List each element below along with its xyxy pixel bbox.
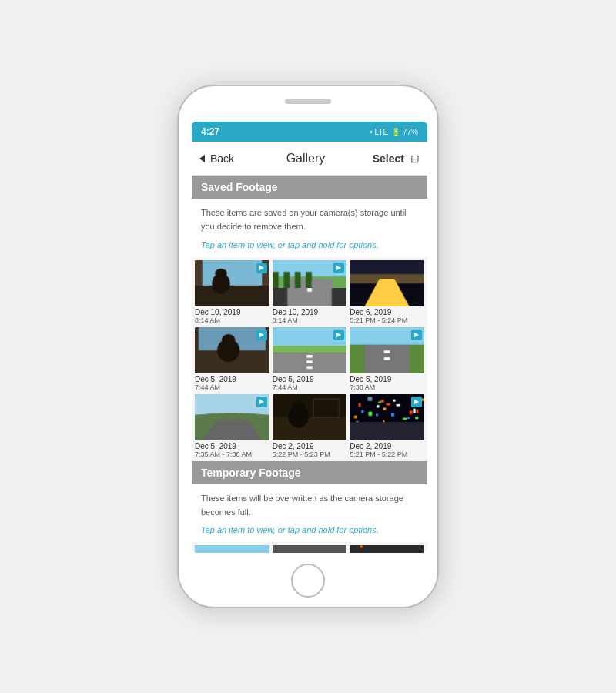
phone-speaker [285,99,331,104]
thumbnail: ▶ [195,260,270,306]
item-date: Dec 10, 2019 [195,308,270,316]
gallery-item[interactable]: Dec 6, 2019 5:21 PM - 5:24 PM [350,260,424,324]
phone-frame: 4:27 • LTE 🔋 77% Back Gallery Select ⊟ S… [177,85,439,608]
video-icon: ▶ [259,331,264,338]
item-label: Dec 5, 2019 7:35 AM - 7:38 AM [195,440,270,458]
item-label: Dec 5, 2019 7:38 AM [350,373,424,391]
video-badge: ▶ [411,330,422,340]
video-icon: ▶ [336,264,341,271]
thumbnail: ▶ [273,327,347,373]
thumb-canvas-8 [273,394,347,440]
item-time: 5:21 PM - 5:22 PM [350,450,424,458]
item-label: Dec 2, 2019 5:22 PM - 5:23 PM [273,440,347,458]
item-time: 7:38 AM [350,383,424,391]
temp-description: These items will be overwritten as the c… [192,484,427,521]
gallery-item[interactable]: ▶ Dec 10, 2019 8:14 AM [273,260,347,324]
item-label: Dec 10, 2019 8:14 AM [273,306,347,324]
thumbnail: ▶ [195,327,270,373]
status-icons: • LTE 🔋 77% [370,128,418,136]
temp-header-text: Temporary Footage [201,467,301,479]
thumbnail: ▶ [273,260,347,306]
saved-section-header: Saved Footage [192,176,427,199]
thumb-canvas-3 [350,260,424,306]
item-time: 5:21 PM - 5:24 PM [350,316,424,324]
video-icon: ▶ [259,398,264,405]
video-badge: ▶ [333,330,344,340]
gallery-item[interactable]: ▶ Dec 5, 2019 7:44 AM [273,327,347,391]
video-badge: ▶ [256,397,267,407]
item-date: Dec 10, 2019 [273,308,347,316]
gallery-item[interactable]: ▶ Dec 5, 2019 7:38 AM [350,327,424,391]
item-date: Dec 5, 2019 [273,375,347,383]
nav-bar: Back Gallery Select ⊟ [192,142,427,176]
saved-desc-text: These items are saved on your camera(s) … [201,208,407,231]
item-date: Dec 6, 2019 [350,308,424,316]
item-label: Dec 5, 2019 7:44 AM [195,373,270,391]
gallery-item[interactable] [350,545,424,553]
saved-hint-text: Tap an item to view, or tap and hold for… [201,240,379,249]
temp-hint: Tap an item to view, or tap and hold for… [192,520,427,542]
video-badge: ▶ [256,263,267,273]
saved-description: These items are saved on your camera(s) … [192,199,427,235]
gallery-item[interactable] [195,545,270,553]
item-label: Dec 10, 2019 8:14 AM [195,306,270,324]
nav-right-controls: Select ⊟ [358,152,420,165]
temp-section-header: Temporary Footage [192,461,427,484]
saved-hint: Tap an item to view, or tap and hold for… [192,235,427,257]
gallery-item[interactable]: ▶ Dec 10, 2019 8:14 AM [195,260,270,324]
signal-text: • LTE [370,128,388,136]
item-label: Dec 2, 2019 5:21 PM - 5:22 PM [350,440,424,458]
video-badge: ▶ [411,397,422,407]
phone-screen: 4:27 • LTE 🔋 77% Back Gallery Select ⊟ S… [192,122,427,553]
select-button[interactable]: Select [373,152,404,165]
item-date: Dec 5, 2019 [350,375,424,383]
thumb-canvas-11 [273,545,347,553]
item-label: Dec 6, 2019 5:21 PM - 5:24 PM [350,306,424,324]
video-icon: ▶ [414,398,419,405]
thumbnail: ▶ [195,394,270,440]
thumb-canvas-12 [350,545,424,553]
video-badge: ▶ [333,263,344,273]
saved-header-text: Saved Footage [201,181,278,193]
thumbnail [350,260,424,306]
battery-text: 🔋 77% [391,128,418,136]
thumb-canvas-10 [195,545,270,553]
saved-gallery-grid: ▶ Dec 10, 2019 8:14 AM ▶ [192,257,427,461]
status-time: 4:27 [201,126,219,137]
item-date: Dec 2, 2019 [350,442,424,450]
gallery-item[interactable]: Dec 2, 2019 5:22 PM - 5:23 PM [273,394,347,458]
item-time: 5:22 PM - 5:23 PM [273,450,347,458]
video-icon: ▶ [414,331,419,338]
item-time: 7:44 AM [195,383,270,391]
item-label: Dec 5, 2019 7:44 AM [273,373,347,391]
filter-icon[interactable]: ⊟ [410,152,420,165]
thumbnail: ▶ [350,327,424,373]
item-time: 7:35 AM - 7:38 AM [195,450,270,458]
back-chevron-icon [199,155,205,162]
video-icon: ▶ [259,264,264,271]
gallery-item[interactable]: ▶ Dec 2, 2019 5:21 PM - 5:22 PM [350,394,424,458]
gallery-title: Gallery [253,152,358,166]
temp-gallery-grid [192,542,427,553]
thumbnail [273,545,347,553]
gallery-item[interactable]: ▶ Dec 5, 2019 7:44 AM [195,327,270,391]
back-label: Back [210,152,234,165]
gallery-item[interactable] [273,545,347,553]
home-button[interactable] [291,564,325,598]
video-badge: ▶ [256,330,267,340]
item-time: 8:14 AM [273,316,347,324]
status-bar: 4:27 • LTE 🔋 77% [192,122,427,142]
thumbnail [273,394,347,440]
item-date: Dec 5, 2019 [195,375,270,383]
content-area[interactable]: Saved Footage These items are saved on y… [192,176,427,553]
temp-hint-text: Tap an item to view, or tap and hold for… [201,525,379,534]
item-date: Dec 5, 2019 [195,442,270,450]
item-time: 8:14 AM [195,316,270,324]
video-icon: ▶ [336,331,341,338]
gallery-item[interactable]: ▶ Dec 5, 2019 7:35 AM - 7:38 AM [195,394,270,458]
thumbnail: ▶ [350,394,424,440]
thumbnail [195,545,270,553]
back-button[interactable]: Back [199,152,253,165]
item-date: Dec 2, 2019 [273,442,347,450]
item-time: 7:44 AM [273,383,347,391]
